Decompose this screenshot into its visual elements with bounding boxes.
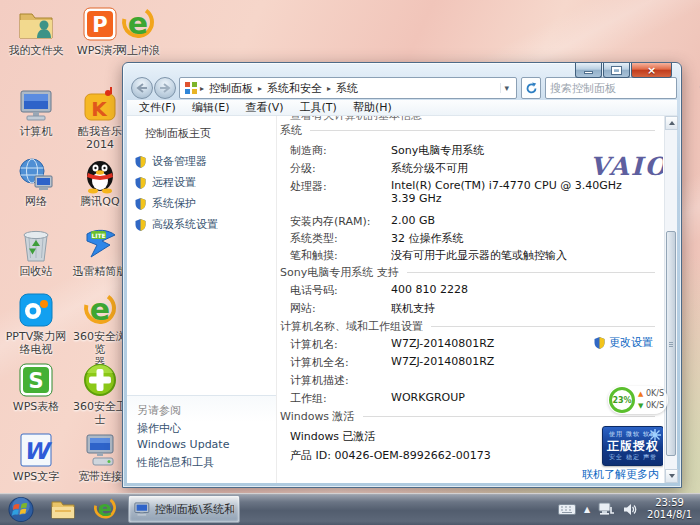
back-arrow-icon — [136, 83, 148, 93]
row-activation-status: Windows 已激活 — [290, 429, 655, 444]
vertical-scrollbar[interactable] — [664, 116, 677, 483]
genuine-license-badge[interactable]: 使用 微软 软件 正版授权 安全 稳定 声誉 — [602, 426, 663, 466]
system-tray: ▲ 23:59 2014/8/1 — [554, 493, 700, 525]
recycle-bin-icon — [17, 226, 55, 264]
wps-spreadsheet-icon: S — [17, 361, 55, 399]
maximize-button[interactable] — [603, 63, 630, 78]
sidebar-item-action-center[interactable]: 操作中心 — [137, 421, 181, 436]
desktop-icon-network[interactable]: 网络 — [4, 156, 68, 208]
input-indicator-icon[interactable] — [558, 504, 576, 515]
learn-more-online-link[interactable]: 联机了解更多内容... — [582, 467, 663, 483]
desktop-icon-pptv[interactable]: PPTV聚力网 络电视 — [4, 291, 68, 356]
breadcrumb-separator: ▸ — [325, 84, 333, 93]
taskbar-explorer-button[interactable] — [50, 496, 76, 522]
forward-arrow-icon — [159, 83, 171, 93]
scroll-down-button[interactable] — [665, 469, 678, 483]
menu-file[interactable]: 文件(F) — [131, 100, 184, 115]
sidebar-item-label: 系统保护 — [152, 196, 196, 211]
taskbar-task-control-panel[interactable]: 控制面板\系统和... — [128, 495, 240, 523]
refresh-button[interactable] — [521, 77, 541, 99]
taskbar-clock[interactable]: 23:59 2014/8/1 — [647, 497, 692, 521]
start-button[interactable] — [8, 496, 34, 522]
address-dropdown-icon[interactable]: ▾ — [500, 83, 512, 93]
icon-label: 网络 — [4, 195, 68, 208]
vaio-logo: VAIO — [584, 152, 663, 181]
desktop-icon-recycle-bin[interactable]: 回收站 — [4, 226, 68, 278]
task-label: 控制面板\系统和... — [155, 502, 234, 517]
row-pen-touch: 笔和触摸:没有可用于此显示器的笔或触控输入 — [290, 248, 655, 263]
scroll-up-button[interactable] — [665, 116, 678, 130]
breadcrumb-separator: ▸ — [256, 84, 264, 93]
sidebar-item-device-manager[interactable]: 设备管理器 — [135, 154, 207, 169]
browser-e-icon: e — [119, 5, 157, 43]
menu-edit[interactable]: 编辑(E) — [184, 100, 238, 115]
row-workgroup: 工作组:WORKGROUP — [290, 391, 655, 406]
network-tray-icon[interactable] — [598, 502, 615, 516]
scroll-up-icon — [669, 121, 675, 125]
sidebar-item-system-protection[interactable]: 系统保护 — [135, 196, 196, 211]
net-speed-widget[interactable]: 23% ▲ 0K/S ▼ 0K/S — [608, 386, 668, 414]
close-button[interactable]: × — [631, 63, 672, 78]
desktop-icon-my-folder[interactable]: 我的文件夹 — [4, 5, 68, 57]
badge-line3: 安全 稳定 声誉 — [603, 453, 663, 462]
upload-arrow-icon: ▲ — [638, 390, 643, 398]
change-settings-link[interactable]: 更改设置 — [594, 335, 653, 350]
section-header-system: 系统 — [280, 123, 655, 138]
row-processor: 处理器:Intel(R) Core(TM) i7-4770 CPU @ 3.40… — [290, 179, 655, 205]
maximize-icon — [612, 67, 621, 74]
sidebar-item-control-panel-home[interactable]: 控制面板主页 — [145, 126, 211, 141]
row-website: 网站:联机支持 — [290, 301, 655, 316]
uac-shield-icon — [135, 156, 146, 168]
svg-text:e: e — [128, 6, 148, 41]
icon-label: 计算机 — [4, 125, 68, 138]
volume-icon[interactable] — [623, 503, 637, 516]
menu-view[interactable]: 查看(V) — [237, 100, 291, 115]
close-icon: × — [647, 64, 656, 77]
see-also-header: 另请参阅 — [137, 403, 181, 418]
broadband-connection-icon — [81, 431, 119, 469]
online-support-link[interactable]: 联机支持 — [391, 301, 435, 316]
sidebar-item-remote-settings[interactable]: 远程设置 — [135, 175, 196, 190]
taskbar-browser-button[interactable]: e — [92, 496, 118, 522]
desktop-icon-computer[interactable]: 计算机 — [4, 86, 68, 138]
menu-help[interactable]: 帮助(H) — [345, 100, 400, 115]
uac-shield-icon — [135, 219, 146, 231]
icon-label: 回收站 — [4, 265, 68, 278]
show-hidden-icons-button[interactable]: ▲ — [584, 505, 590, 514]
icon-label-line2: 络电视 — [4, 343, 68, 356]
folder-icon — [50, 496, 76, 522]
search-input[interactable] — [546, 82, 699, 95]
back-button[interactable] — [131, 77, 153, 99]
memory-usage-ball[interactable]: 23% — [609, 387, 635, 413]
svg-text:LITE: LITE — [91, 232, 105, 239]
net-speeds: ▲ 0K/S ▼ 0K/S — [638, 388, 664, 412]
desktop-icon-wps-spreadsheet[interactable]: S WPS表格 — [4, 361, 68, 413]
address-bar[interactable]: ▸ 控制面板 ▸ 系统和安全 ▸ 系统 ▾ — [179, 77, 517, 99]
row-full-name: 计算机全名:W7ZJ-20140801RZ — [290, 355, 655, 370]
sidebar-item-advanced-settings[interactable]: 高级系统设置 — [135, 217, 218, 232]
desktop-icon-web-surf[interactable]: e 网上冲浪 — [106, 5, 170, 57]
scrollbar-thumb[interactable] — [666, 231, 676, 456]
kuwo-music-icon: K — [81, 86, 119, 124]
menu-tools[interactable]: 工具(T) — [292, 100, 345, 115]
forward-button[interactable] — [154, 77, 176, 99]
qq-penguin-icon — [81, 156, 119, 194]
svg-text:K: K — [91, 97, 108, 121]
svg-text:W: W — [23, 438, 52, 464]
rating-link[interactable]: 系统分级不可用 — [391, 161, 468, 176]
minimize-button[interactable] — [575, 63, 602, 78]
uac-shield-icon — [594, 337, 605, 349]
svg-text:S: S — [28, 369, 43, 393]
minimize-icon — [584, 71, 593, 74]
desktop-icon-wps-writer[interactable]: W WPS文字 — [4, 431, 68, 483]
row-ram: 安装内存(RAM):2.00 GB — [290, 214, 655, 229]
scroll-down-icon — [669, 474, 675, 478]
breadcrumb-system[interactable]: 系统 — [333, 81, 361, 96]
breadcrumb-control-panel[interactable]: 控制面板 — [206, 81, 256, 96]
sidebar-item-performance-tools[interactable]: 性能信息和工具 — [137, 455, 214, 470]
svg-text:e: e — [98, 497, 112, 521]
desktop: 我的文件夹 P WPS演示 e 网上冲浪 计算机 K 酷我音乐 2014 网络 — [0, 0, 700, 525]
icon-label: PPTV聚力网 — [4, 330, 68, 343]
breadcrumb-system-security[interactable]: 系统和安全 — [264, 81, 325, 96]
sidebar-item-windows-update[interactable]: Windows Update — [137, 438, 229, 451]
